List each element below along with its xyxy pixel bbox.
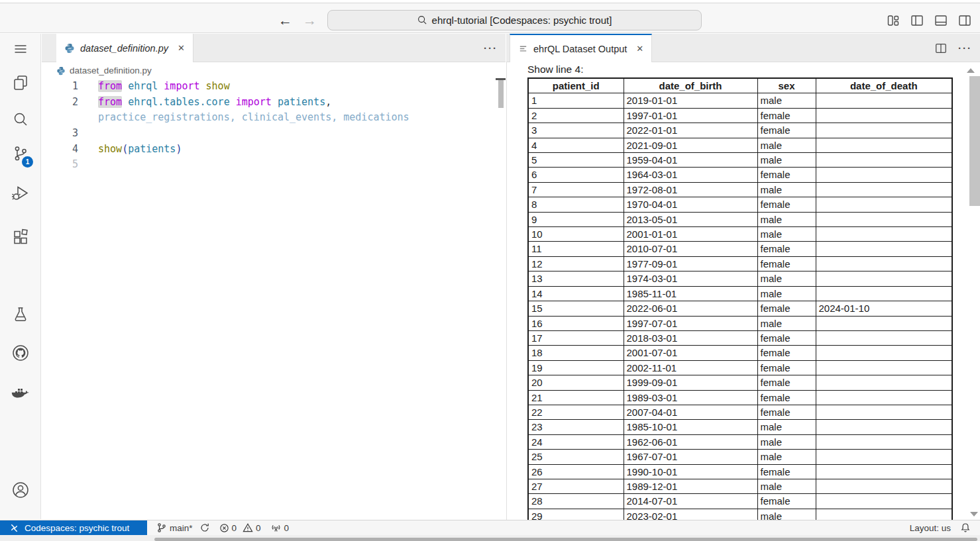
code-line[interactable]: 3	[42, 126, 496, 142]
table-cell: 2023-02-01	[624, 509, 757, 520]
code-line[interactable]: 2from ehrql.tables.core import patients,	[42, 95, 496, 111]
table-cell: 1964-03-01	[624, 168, 757, 182]
table-cell: 2013-05-01	[624, 212, 757, 226]
table-cell: 9	[528, 212, 624, 226]
dataset-table-body: 12019-01-01male21997-01-01female32022-01…	[528, 93, 952, 520]
line-number: 4	[42, 142, 78, 158]
table-cell: 1989-12-01	[624, 479, 757, 493]
table-cell: male	[757, 153, 816, 168]
table-cell	[816, 434, 952, 449]
table-cell: 28	[528, 494, 624, 509]
source-control-icon[interactable]: 1	[0, 142, 41, 165]
table-row: 192002-11-01female	[528, 360, 952, 375]
run-debug-icon[interactable]	[0, 182, 41, 205]
table-cell: 1977-09-01	[624, 256, 757, 271]
testing-flask-icon[interactable]	[0, 303, 41, 326]
table-cell: 18	[528, 346, 624, 360]
table-cell: 4	[528, 138, 624, 152]
account-icon[interactable]	[0, 479, 41, 501]
table-cell	[816, 153, 952, 168]
remote-indicator[interactable]: Codespaces: psychic trout	[0, 520, 147, 535]
table-cell: female	[757, 123, 816, 138]
explorer-icon[interactable]	[0, 72, 41, 94]
branch-status[interactable]: main*	[156, 522, 210, 533]
table-cell: 2001-01-01	[624, 227, 757, 242]
ports-status[interactable]: 0	[270, 522, 290, 533]
table-cell: male	[757, 316, 816, 330]
toggle-sidebar-icon[interactable]	[910, 13, 924, 28]
webview-scrollbar[interactable]	[969, 76, 980, 206]
menu-icon[interactable]	[0, 38, 41, 60]
scrollbar-up-arrow-icon[interactable]	[967, 68, 975, 73]
close-icon[interactable]: ✕	[636, 44, 643, 54]
line-number: 5	[42, 157, 78, 173]
table-cell: 14	[528, 286, 624, 301]
editor-scrollbar[interactable]	[498, 80, 504, 108]
table-row: 231985-10-01male	[528, 420, 952, 434]
tab-ehrql-dataset-output[interactable]: ehrQL Dataset Output ✕	[510, 34, 652, 62]
code-line[interactable]: 4show(patients)	[42, 142, 496, 158]
code-text: show(patients)	[78, 142, 182, 158]
table-cell: 20	[528, 375, 624, 390]
search-sidebar-icon[interactable]	[0, 109, 41, 131]
table-cell: 23	[528, 420, 624, 434]
table-row: 61964-03-01female	[528, 168, 952, 182]
extensions-icon[interactable]	[0, 226, 41, 248]
toggle-secondary-sidebar-icon[interactable]	[957, 13, 972, 28]
table-cell	[816, 242, 952, 256]
table-cell	[816, 138, 952, 152]
dataset-table: patient_iddate_of_birthsexdate_of_death …	[527, 77, 953, 520]
table-cell	[816, 168, 952, 182]
close-icon[interactable]: ✕	[178, 43, 185, 53]
table-cell: 26	[528, 464, 624, 479]
code-line[interactable]: 1from ehrql import show	[42, 79, 496, 95]
table-cell: male	[757, 509, 816, 520]
dataset-table-head-row: patient_iddate_of_birthsexdate_of_death	[528, 78, 952, 93]
code-text	[78, 157, 98, 173]
problems-status[interactable]: 0 0	[219, 522, 261, 533]
panel-more-actions-icon[interactable]: ···	[958, 42, 972, 54]
github-icon[interactable]	[0, 342, 41, 364]
table-cell: male	[757, 93, 816, 108]
table-cell	[816, 405, 952, 419]
table-cell: 2022-06-01	[624, 301, 757, 316]
table-cell: male	[757, 182, 816, 197]
table-cell: 2019-01-01	[624, 93, 757, 108]
code-line[interactable]: practice_registrations, clinical_events,…	[42, 110, 496, 126]
back-arrow-icon[interactable]: ←	[278, 13, 292, 27]
table-cell	[816, 212, 952, 226]
ehrql-output-webview: Show line 4: patient_iddate_of_birthsexd…	[506, 62, 980, 520]
docker-icon[interactable]	[0, 383, 41, 406]
table-cell: 1990-10-01	[624, 464, 757, 479]
toggle-panel-icon[interactable]	[934, 13, 948, 28]
line-number: 1	[42, 79, 78, 95]
table-cell: 13	[528, 271, 624, 286]
split-editor-icon[interactable]	[934, 42, 948, 55]
scrollbar-down-arrow-icon[interactable]	[970, 512, 978, 516]
table-row: 102001-01-01male	[528, 227, 952, 242]
code-line[interactable]: 5	[42, 157, 496, 173]
breadcrumb-item[interactable]: dataset_definition.py	[70, 66, 152, 75]
search-icon	[417, 15, 427, 25]
table-cell: male	[757, 138, 816, 152]
layout-indicator[interactable]: Layout: us	[910, 523, 951, 533]
notifications-bell-icon[interactable]	[960, 522, 971, 533]
table-cell	[816, 316, 952, 330]
table-cell: male	[757, 286, 816, 301]
table-cell: 2007-04-01	[624, 405, 757, 419]
code-text: practice_registrations, clinical_events,…	[78, 110, 409, 126]
warning-count: 0	[256, 523, 261, 533]
command-center-search[interactable]: ehrql-tutorial [Codespaces: psychic trou…	[327, 10, 702, 30]
table-cell: female	[757, 108, 816, 123]
table-cell	[816, 197, 952, 212]
git-branch-icon	[156, 522, 167, 533]
code-editor[interactable]: 1from ehrql import show2from ehrql.table…	[42, 79, 496, 516]
table-cell: 19	[528, 360, 624, 375]
table-cell: 8	[528, 197, 624, 212]
tab-dataset-definition[interactable]: dataset_definition.py ✕	[56, 34, 193, 62]
remote-label: Codespaces: psychic trout	[25, 523, 129, 533]
editor-more-actions-icon[interactable]: ···	[484, 42, 498, 54]
table-cell: 2001-07-01	[624, 346, 757, 360]
customize-layout-icon[interactable]	[886, 13, 900, 28]
breadcrumb[interactable]: dataset_definition.py	[42, 62, 506, 79]
